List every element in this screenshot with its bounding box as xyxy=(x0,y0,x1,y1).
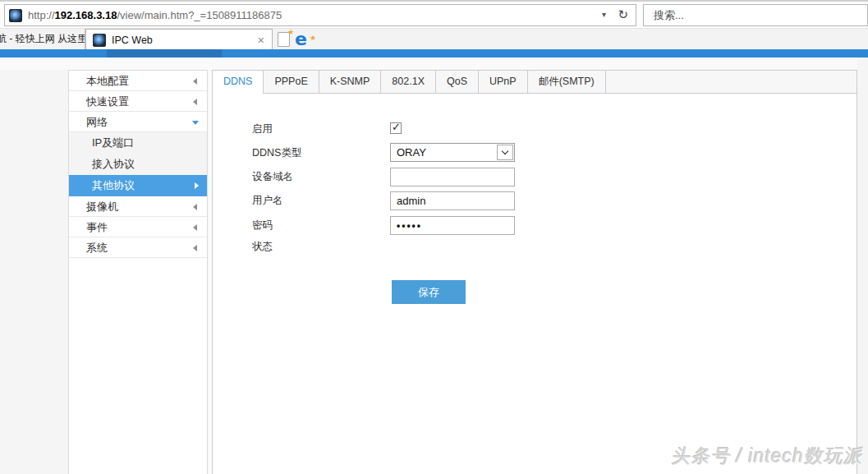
sidebar-item-label: IP及端口 xyxy=(92,136,134,149)
sidebar-item-ip-port[interactable]: IP及端口 xyxy=(69,132,207,154)
tab-qos[interactable]: QoS xyxy=(436,71,479,93)
sidebar-item-access-protocol[interactable]: 接入协议 xyxy=(69,154,207,175)
camera-favicon-icon xyxy=(93,34,106,47)
tab-8021x[interactable]: 802.1X xyxy=(381,71,436,93)
close-tab-icon[interactable]: × xyxy=(258,35,264,46)
tab-ddns[interactable]: DDNS xyxy=(213,71,264,94)
domain-label: 设备域名 xyxy=(252,170,293,184)
ie-logo-icon[interactable]: e ★ xyxy=(295,29,313,49)
tab-ksnmp[interactable]: K-SNMP xyxy=(319,71,382,93)
protocol-tab-bar: DDNS PPPoE K-SNMP 802.1X QoS UPnP 邮件(SMT… xyxy=(213,71,857,94)
status-label: 状态 xyxy=(252,240,273,254)
search-placeholder: 搜索... xyxy=(654,9,684,21)
left-gutter xyxy=(0,70,68,474)
collapse-left-icon xyxy=(193,99,197,105)
sidebar-item-network[interactable]: 网络 xyxy=(69,112,207,132)
tab-upnp[interactable]: UPnP xyxy=(479,71,528,93)
ddns-type-value: ORAY xyxy=(397,146,426,159)
sidebar-item-label: 本地配置 xyxy=(86,75,129,87)
enable-label: 启用 xyxy=(252,122,273,136)
username-input[interactable] xyxy=(390,191,515,210)
sidebar-item-other-protocol[interactable]: 其他协议 xyxy=(69,175,207,196)
url-text: http://192.168.3.18/view/main.htm?_=1508… xyxy=(28,9,282,21)
sidebar-item-label: 网络 xyxy=(86,116,108,128)
collapse-left-icon xyxy=(193,224,197,231)
refresh-icon[interactable]: ↻ xyxy=(618,7,628,22)
username-label: 用户名 xyxy=(252,194,283,208)
sidebar-menu: 本地配置 快速设置 网络 IP及端口 接入协议 其他协议 摄像机 事件 xyxy=(68,70,208,474)
sidebar-item-local-config[interactable]: 本地配置 xyxy=(69,71,207,91)
sidebar-item-camera[interactable]: 摄像机 xyxy=(69,196,207,217)
save-button[interactable]: 保存 xyxy=(392,280,466,304)
chevron-right-icon xyxy=(195,182,199,189)
chevron-down-icon xyxy=(502,148,508,154)
site-favicon-icon xyxy=(9,9,22,22)
chevron-down-icon xyxy=(192,121,199,125)
sidebar-item-label: 系统 xyxy=(86,242,108,254)
blue-banner-segment xyxy=(107,49,222,58)
enable-checkbox[interactable]: ✓ xyxy=(390,122,402,134)
sidebar-item-label: 事件 xyxy=(86,221,108,233)
sidebar-item-system[interactable]: 系统 xyxy=(69,237,207,258)
collapse-left-icon xyxy=(193,204,197,210)
ddns-type-label: DDNS类型 xyxy=(252,146,301,160)
browser-tab-label: IPC Web xyxy=(112,35,258,46)
sidebar-item-quick-setup[interactable]: 快速设置 xyxy=(69,91,207,112)
star-icon: ★ xyxy=(310,28,316,48)
browser-tab-ipc-web[interactable]: IPC Web × xyxy=(85,29,273,50)
sidebar-item-label: 其他协议 xyxy=(92,179,135,191)
sidebar-item-label: 快速设置 xyxy=(86,95,129,108)
browser-address-row: http://192.168.3.18/view/main.htm?_=1508… xyxy=(0,2,868,28)
collapse-left-icon xyxy=(193,78,197,85)
browser-tab-navigation[interactable]: 航 - 轻快上网 从这里开... xyxy=(0,29,85,50)
ddns-type-select[interactable]: ORAY xyxy=(390,143,515,162)
new-tab-button[interactable]: ★ xyxy=(278,32,290,47)
address-bar[interactable]: http://192.168.3.18/view/main.htm?_=1508… xyxy=(4,4,636,26)
star-icon: ★ xyxy=(287,28,294,36)
sidebar-item-label: 接入协议 xyxy=(92,158,135,170)
checkmark-icon: ✓ xyxy=(392,121,401,133)
domain-input[interactable] xyxy=(390,168,515,186)
select-dropdown-button[interactable] xyxy=(497,145,513,160)
search-input[interactable]: 搜索... xyxy=(643,4,868,26)
sidebar-item-label: 摄像机 xyxy=(86,200,118,213)
right-gutter xyxy=(857,58,868,474)
blue-banner xyxy=(0,49,868,58)
autocomplete-caret-icon[interactable]: ▾ xyxy=(602,10,606,19)
browser-tab-row: 航 - 轻快上网 从这里开... IPC Web × ★ e ★ xyxy=(0,28,868,49)
password-label: 密码 xyxy=(252,219,273,232)
password-input[interactable] xyxy=(390,216,515,235)
tab-pppoe[interactable]: PPPoE xyxy=(264,71,319,93)
content-panel: DDNS PPPoE K-SNMP 802.1X QoS UPnP 邮件(SMT… xyxy=(212,70,857,474)
tab-smtp[interactable]: 邮件(SMTP) xyxy=(528,71,606,93)
collapse-left-icon xyxy=(193,245,197,251)
watermark-text: 头条号 / intech数玩派 xyxy=(671,444,863,469)
browser-tab-label: 航 - 轻快上网 从这里开... xyxy=(0,29,85,49)
page-body: 本地配置 快速设置 网络 IP及端口 接入协议 其他协议 摄像机 事件 xyxy=(0,58,868,474)
sidebar-item-event[interactable]: 事件 xyxy=(69,217,207,237)
